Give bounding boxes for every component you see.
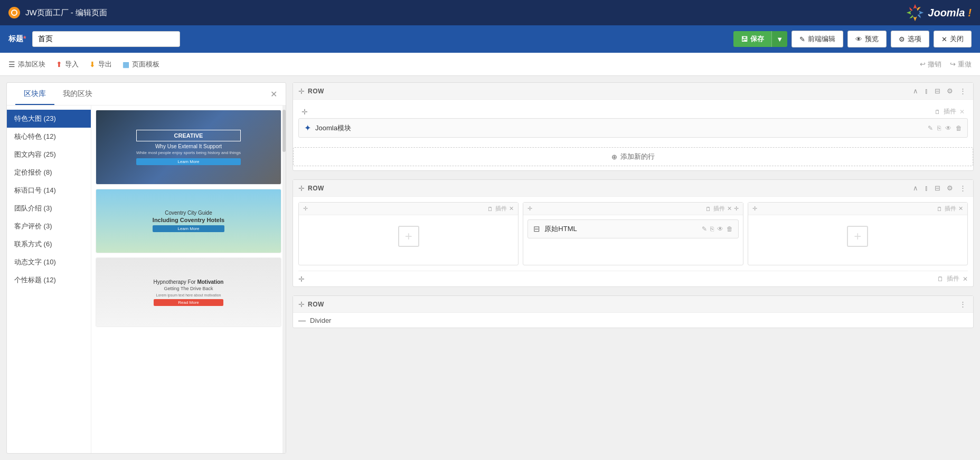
divider-label: Divider [310, 317, 331, 324]
close-button[interactable]: ✕ 关闭 [934, 31, 972, 47]
row2-col3-close[interactable]: ✕ [958, 205, 963, 212]
html-copy-btn[interactable]: ⎘ [710, 225, 714, 233]
app-title: JW页面工厂 - 编辑页面 [25, 8, 107, 18]
row2-bottom-insert-label[interactable]: 插件 [947, 274, 959, 283]
redo-button[interactable]: ↪ 重做 [950, 60, 972, 69]
row2-col2-drag[interactable]: ✛ [527, 205, 532, 212]
save-button[interactable]: 🖫 保存 [733, 31, 771, 47]
row2-col1-close[interactable]: ✕ [509, 205, 514, 212]
category-item-5[interactable]: 团队介绍 (3) [7, 199, 91, 217]
row2-col1-header-right: 🗒 插件 ✕ [487, 205, 514, 213]
row1-columns-btn[interactable]: ⫿ [923, 86, 930, 96]
html-delete-btn[interactable]: 🗑 [727, 225, 733, 233]
joomla-logo: Joomla! [906, 3, 972, 22]
row2-col3-add-btn[interactable]: + [847, 226, 868, 247]
block-hyp-content: Hypnotherapy For Motivation Getting The … [154, 279, 224, 306]
row3-more-btn[interactable]: ⋮ [958, 299, 968, 309]
row2-col1-add-btn[interactable]: + [398, 226, 419, 247]
category-item-2[interactable]: 图文内容 (25) [7, 146, 91, 164]
row1-collapse-btn[interactable]: ∧ [911, 86, 920, 96]
category-item-4[interactable]: 标语口号 (14) [7, 181, 91, 199]
module-copy-btn[interactable]: ⎘ [937, 124, 941, 132]
toolbar: ☰ 添加区块 ⬆ 导入 ⬇ 导出 ▦ 页面模板 ↩ 撤销 ↪ 重做 [0, 53, 980, 76]
category-item-8[interactable]: 动态文字 (10) [7, 253, 91, 271]
block-thumb-creative[interactable]: CREATIVE Why Use External It Support Whi… [96, 110, 281, 185]
module-edit-btn[interactable]: ✎ [928, 124, 933, 132]
page-template-button[interactable]: ▦ 页面模板 [123, 60, 159, 69]
category-item-7[interactable]: 联系方式 (6) [7, 235, 91, 253]
save-dropdown-button[interactable]: ▼ [771, 31, 787, 47]
row1-inner-drag[interactable]: ✛ [301, 108, 308, 116]
block-creative-content: CREATIVE Why Use External It Support Whi… [136, 130, 241, 165]
tab-block-library[interactable]: 区块库 [15, 83, 54, 105]
add-row-button[interactable]: ⊕ 添加新的行 [293, 147, 973, 166]
sidebar-scrollbar[interactable] [282, 106, 286, 453]
html-visibility-btn[interactable]: 👁 [717, 225, 723, 233]
block-thumb-coventry[interactable]: Coventry City Guide Including Coventry H… [96, 189, 281, 253]
add-block-button[interactable]: ☰ 添加区块 [8, 60, 45, 69]
category-list: 特色大图 (23) 核心特色 (12) 图文内容 (25) 定价报价 (8) 标… [7, 106, 91, 453]
row2-bottom-drag[interactable]: ✛ [298, 275, 305, 283]
export-button[interactable]: ⬇ 导出 [89, 60, 112, 69]
row1-inner-close[interactable]: ✕ [959, 108, 965, 116]
import-icon: ⬆ [56, 60, 62, 69]
row1-inner-header: ✛ 🗒 插件 ✕ [298, 105, 968, 118]
row2-drag-handle[interactable]: ✛ [298, 184, 305, 193]
row-block-1: ✛ ROW ∧ ⫿ ⊟ ⚙ ⋮ ✛ 🗒 插件 ✕ [293, 82, 974, 171]
gear-icon: ⚙ [899, 35, 905, 43]
block-thumbnails: CREATIVE Why Use External It Support Whi… [91, 106, 286, 453]
row2-col3-drag[interactable]: ✛ [752, 205, 757, 212]
row2-columns-btn[interactable]: ⫿ [923, 183, 930, 193]
tab-my-blocks[interactable]: 我的区块 [54, 83, 101, 105]
category-item-9[interactable]: 个性标题 (12) [7, 271, 91, 289]
block-hyp-desc: Lorem ipsum text here about motivation [154, 293, 224, 297]
row1-drag-handle[interactable]: ✛ [298, 87, 305, 95]
category-item-6[interactable]: 客户评价 (3) [7, 217, 91, 235]
row2-col2-header-right: 🗒 插件 ✕ ✛ [705, 205, 739, 213]
row2-more-btn[interactable]: ⋮ [958, 183, 968, 193]
row2-col1-insert-label[interactable]: 插件 [495, 205, 507, 213]
category-item-0[interactable]: 特色大图 (23) [7, 110, 91, 128]
row1-layout-btn[interactable]: ⊟ [933, 86, 942, 96]
row1-insert-label[interactable]: 插件 [944, 107, 956, 116]
row1-inner-actions: 🗒 插件 ✕ [935, 107, 965, 116]
row2-bottom-close[interactable]: ✕ [963, 275, 968, 283]
joomla-brand-text: Joomla [928, 7, 965, 19]
top-header: JW页面工厂 - 编辑页面 Joomla! [0, 0, 980, 25]
main-content: 区块库 我的区块 ✕ 特色大图 (23) 核心特色 (12) 图文内容 (25)… [0, 76, 980, 460]
row-block-3: ✛ ROW ⋮ — Divider [293, 295, 974, 328]
row2-col1-empty: + [299, 215, 518, 257]
row2-layout-btn[interactable]: ⊟ [933, 183, 942, 193]
category-item-1[interactable]: 核心特色 (12) [7, 128, 91, 146]
row2-bottom-row: ✛ 🗒 插件 ✕ [293, 271, 973, 286]
block-coventry-title: Including Coventry Hotels [153, 217, 224, 223]
sidebar-close-button[interactable]: ✕ [270, 89, 277, 99]
title-input[interactable] [32, 31, 180, 47]
row1-settings-btn[interactable]: ⚙ [945, 86, 955, 96]
import-button[interactable]: ⬆ 导入 [56, 60, 79, 69]
row2-bottom-insert-icon: 🗒 [937, 275, 944, 283]
row2-col1-header: ✛ 🗒 插件 ✕ [299, 203, 518, 215]
row2-col2-insert-label[interactable]: 插件 [713, 205, 725, 213]
row2-col2-html-item: ⊟ 原始HTML ✎ ⎘ 👁 🗑 [527, 219, 738, 238]
row2-col3-insert-label[interactable]: 插件 [945, 205, 956, 213]
row3-drag-handle[interactable]: ✛ [298, 300, 305, 309]
row2-settings-btn[interactable]: ⚙ [945, 183, 955, 193]
row2-col1-drag[interactable]: ✛ [303, 205, 308, 212]
module-visibility-btn[interactable]: 👁 [945, 124, 951, 132]
row2-col2-close[interactable]: ✕ [727, 205, 732, 212]
frontend-edit-button[interactable]: ✎ 前端编辑 [791, 31, 843, 47]
module-delete-btn[interactable]: 🗑 [956, 124, 962, 132]
html-edit-btn[interactable]: ✎ [702, 225, 707, 233]
row1-more-btn[interactable]: ⋮ [958, 86, 968, 96]
row2-col2-move[interactable]: ✛ [734, 205, 739, 212]
category-item-3[interactable]: 定价报价 (8) [7, 164, 91, 181]
canvas: ✛ ROW ∧ ⫿ ⊟ ⚙ ⋮ ✛ 🗒 插件 ✕ [286, 76, 980, 460]
preview-button[interactable]: 👁 预览 [847, 31, 887, 47]
title-field-label: 标题* [8, 34, 26, 44]
undo-button[interactable]: ↩ 撤销 [920, 60, 941, 69]
options-button[interactable]: ⚙ 选项 [891, 31, 929, 47]
block-thumb-hypnotherapy[interactable]: Hypnotherapy For Motivation Getting The … [96, 257, 281, 327]
row1-actions: ∧ ⫿ ⊟ ⚙ ⋮ [911, 86, 968, 96]
row2-collapse-btn[interactable]: ∧ [911, 183, 920, 193]
